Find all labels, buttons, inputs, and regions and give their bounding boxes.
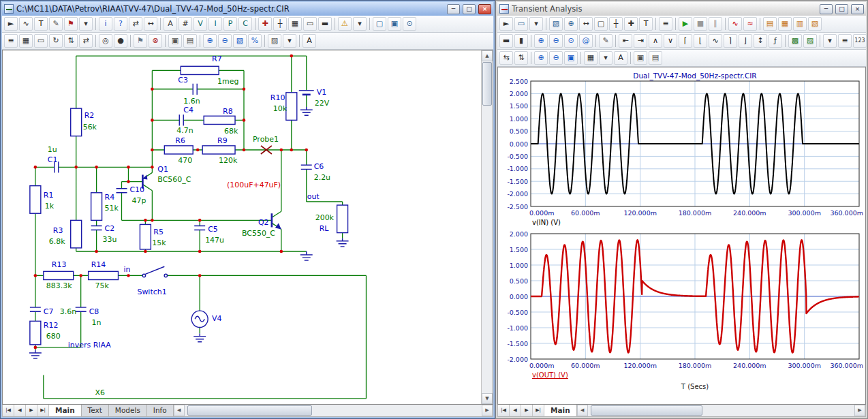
split-vertical-icon[interactable]: ▮ (514, 34, 528, 48)
text-mode-icon[interactable]: T (639, 17, 653, 31)
select-mode-icon[interactable]: ► (4, 17, 18, 31)
switch-contact-left[interactable] (142, 274, 145, 277)
horizontal-scrollbar[interactable]: ◀ ▶ (174, 405, 493, 416)
go-to-performance-icon[interactable]: ƒ (769, 34, 782, 48)
low-icon[interactable]: ⌊ (694, 34, 707, 48)
tag-horizontal-icon[interactable]: ⇆ (499, 51, 513, 65)
search-icon[interactable]: ⊙ (403, 17, 416, 31)
transient-plot-vin[interactable]: 0.000m60.000m120.000m180.000m240.000m300… (499, 70, 865, 228)
analysis-maximize-button[interactable]: □ (835, 4, 848, 14)
contour-icon[interactable]: ▨ (803, 34, 817, 48)
resistor-R4[interactable] (91, 193, 102, 221)
font-icon[interactable]: A (303, 34, 316, 48)
properties-icon[interactable]: ≡ (659, 17, 672, 31)
mesh-icon[interactable]: ▩ (788, 34, 802, 48)
tokens-icon[interactable]: ≈ (743, 17, 757, 31)
attribute-text-icon[interactable]: A (164, 17, 177, 31)
tab-main[interactable]: Main (544, 405, 577, 416)
analysis-horizontal-scroll-thumb[interactable] (591, 405, 702, 416)
minimize-button[interactable]: ─ (447, 4, 460, 14)
analysis-next-page-button[interactable]: ▶ (521, 405, 533, 416)
analysis-prev-page-button[interactable]: ◀ (510, 405, 521, 416)
plot-pages-icon[interactable]: ▤ (763, 17, 777, 31)
find-icon[interactable]: ◎ (99, 34, 112, 48)
flag-mode-icon[interactable]: ⚑ (64, 17, 78, 31)
analysis-horizontal-scrollbar[interactable]: ◀ ▶ (577, 405, 865, 416)
autoscale-icon[interactable]: ⊙ (564, 34, 578, 48)
grid-dropdown-icon[interactable]: ▦ (584, 51, 598, 65)
inflection-icon[interactable]: ∿ (709, 34, 722, 48)
warning-icon[interactable]: ⚠ (338, 17, 352, 31)
first-page-button[interactable]: |◀ (3, 405, 14, 416)
next-valley-icon[interactable]: ∨ (664, 34, 677, 48)
edit-icon[interactable]: ✎ (599, 34, 613, 48)
next-peak-icon[interactable]: ∧ (649, 34, 662, 48)
resistor-R13[interactable] (44, 271, 74, 279)
title-block-icon[interactable]: ▬ (318, 17, 332, 31)
switch-blade[interactable] (145, 266, 164, 274)
last-page-button[interactable]: ▶| (37, 405, 49, 416)
resistor-R3[interactable] (71, 220, 82, 248)
panel-icon[interactable]: ▥ (793, 17, 807, 31)
wire-mode-icon[interactable]: ∿ (19, 17, 33, 31)
copy-cursor-icon[interactable]: ▤ (649, 51, 662, 65)
close-button[interactable]: × (478, 4, 491, 14)
numeric-values-icon[interactable]: 123 (853, 34, 867, 48)
pause-icon[interactable]: ∥ (709, 17, 722, 31)
zoom-value-icon[interactable]: ▣ (564, 51, 578, 65)
mode-dropdown-icon[interactable]: ▾ (79, 17, 93, 31)
node-numbers-icon[interactable]: # (179, 17, 192, 31)
select-mode-icon[interactable]: ► (499, 17, 513, 31)
zoom-in-icon[interactable]: ⊕ (203, 34, 217, 48)
resistor-R2[interactable] (71, 108, 82, 136)
analysis-minimize-button[interactable]: ─ (820, 4, 833, 14)
layout-icon[interactable]: ▧ (808, 17, 822, 31)
show-markers-icon[interactable]: ✚ (258, 17, 272, 31)
vertical-scrollbar[interactable]: ▲ ▼ (481, 50, 493, 404)
zoom-percent-icon[interactable]: % (248, 34, 262, 48)
cursor-right-icon[interactable]: ⇥ (634, 34, 647, 48)
go-to-flag-icon[interactable]: ⚑ (134, 34, 147, 48)
restore-scales-icon[interactable]: @ (579, 34, 593, 48)
schematic-canvas[interactable]: R71megC31.6nC44.7nR868kR6470R9120kProbe1… (3, 50, 481, 404)
point-tag-icon[interactable]: ✚ (624, 17, 638, 31)
magnify-icon[interactable]: ⊕ (564, 17, 578, 31)
text-mode-icon[interactable]: T (34, 17, 48, 31)
vertical-scroll-thumb[interactable] (482, 62, 492, 106)
crosshair-icon[interactable]: ┼ (273, 17, 287, 31)
scope-dropdown-icon[interactable]: ▾ (529, 17, 543, 31)
resistor-R7[interactable] (181, 66, 219, 74)
scale-mode-icon[interactable]: ▢ (594, 17, 608, 31)
box-select-icon[interactable]: ▭ (34, 34, 48, 48)
resistor-R12[interactable] (30, 321, 41, 344)
graphics-mode-icon[interactable]: ✎ (49, 17, 63, 31)
analysis-close-button[interactable]: × (851, 4, 864, 14)
transient-plot-vout[interactable]: 0.000m60.000m120.000m180.000m240.000m300… (499, 228, 865, 397)
go-to-y-icon[interactable]: ↕ (754, 34, 767, 48)
cursor-left-icon[interactable]: ⇤ (619, 34, 632, 48)
switch-contact-right[interactable] (164, 274, 167, 277)
cursor-mode-icon[interactable]: ┼ (609, 17, 623, 31)
resistor-R5[interactable] (140, 224, 151, 249)
resistor-RL[interactable] (337, 205, 348, 233)
mirror-horizontal-icon[interactable]: ⇄ (79, 34, 93, 48)
find-next-icon[interactable]: ● (114, 34, 127, 48)
add-plot-icon[interactable]: ▦ (778, 17, 792, 31)
image-icon[interactable]: ▨ (268, 34, 281, 48)
scroll-left-button[interactable]: ◀ (174, 405, 185, 416)
resistor-R9[interactable] (202, 146, 235, 154)
pin-power-icon[interactable]: P (223, 17, 237, 31)
zoom-out-icon[interactable]: ⊖ (549, 51, 563, 65)
analysis-titlebar[interactable]: Transient Analysis ─ □ × (497, 2, 866, 16)
grid-toggle-icon[interactable]: ▦ (288, 17, 302, 31)
zoom-area-icon[interactable]: ▧ (233, 34, 247, 48)
zoom-out-icon[interactable]: ⊖ (218, 34, 232, 48)
data-points-icon[interactable]: ∿ (728, 17, 742, 31)
schematic-titlebar[interactable]: C:\MC11\DATA\Petrov\RIAA\TVV-47\Dual_TVV… (2, 2, 493, 16)
stop-icon[interactable]: ⊗ (149, 34, 162, 48)
page-remove-icon[interactable]: ▣ (388, 17, 401, 31)
resistor-R1[interactable] (30, 186, 41, 214)
tab-text[interactable]: Text (82, 405, 109, 416)
paste-picture-icon[interactable]: ▤ (183, 34, 197, 48)
page-add-icon[interactable]: ▢ (373, 17, 386, 31)
